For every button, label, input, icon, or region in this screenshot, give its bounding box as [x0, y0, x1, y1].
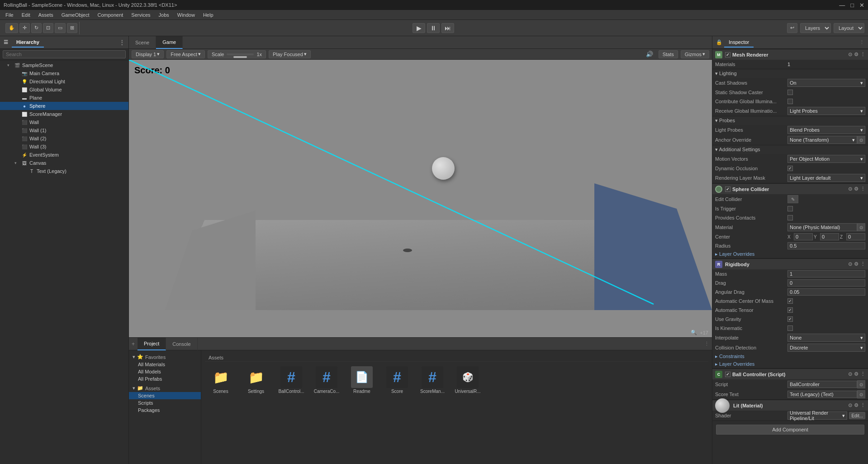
tab-inspector[interactable]: Inspector: [724, 38, 754, 48]
probes-header[interactable]: ▾ Probes: [712, 116, 868, 125]
asset-ballcontroller[interactable]: # BallControl...: [275, 364, 307, 396]
tree-item-scoremanager[interactable]: ⬜ ScoreManager: [0, 110, 128, 118]
mesh-renderer-more[interactable]: ⋮: [860, 52, 865, 57]
rigidbody-more[interactable]: ⋮: [860, 261, 865, 267]
sidebar-scripts[interactable]: Scripts: [129, 399, 201, 407]
transform-tool[interactable]: ⊞: [67, 23, 77, 33]
tab-project[interactable]: Project: [138, 338, 166, 350]
mesh-renderer-header[interactable]: M Mesh Renderer ⊙ ⚙ ⋮: [712, 49, 868, 60]
lit-material-settings[interactable]: ⚙: [854, 402, 859, 408]
zoom-icon[interactable]: 🔍: [691, 330, 697, 335]
tree-item-eventsystem[interactable]: ⚡ EventSystem: [0, 151, 128, 159]
rect-tool[interactable]: ▭: [55, 23, 66, 33]
menu-jobs[interactable]: Jobs: [155, 11, 173, 19]
pause-button[interactable]: ⏸: [427, 23, 440, 33]
tree-item-wall[interactable]: ⬛ Wall: [0, 118, 128, 126]
undo-button[interactable]: ↩: [787, 23, 797, 33]
asset-settings[interactable]: 📁 Settings: [240, 364, 272, 396]
ball-controller-header[interactable]: C Ball Controller (Script) ⊙ ⚙ ⋮: [712, 368, 868, 379]
rendering-layer-dropdown[interactable]: Light Layer default ▾: [787, 174, 865, 182]
tab-hierarchy[interactable]: Hierarchy: [12, 38, 44, 48]
tree-item-wall3[interactable]: ⬛ Wall (3): [0, 143, 128, 151]
tree-item-sphere[interactable]: ● Sphere: [0, 102, 128, 110]
lit-material-focus[interactable]: ⊙: [848, 402, 852, 408]
layout-select[interactable]: Layout: [834, 23, 864, 33]
mesh-renderer-settings[interactable]: ⚙: [854, 52, 859, 57]
layer-overrides-row[interactable]: ▸ Layer Overrides: [712, 250, 868, 258]
step-button[interactable]: ⏭: [441, 23, 454, 33]
radius-value[interactable]: 0.5: [787, 242, 865, 249]
drag-value[interactable]: 0: [787, 279, 865, 287]
rigidbody-focus[interactable]: ⊙: [848, 261, 852, 267]
maximize-button[interactable]: □: [850, 2, 854, 9]
asset-universalr[interactable]: 🎲 UniversalR...: [452, 364, 484, 396]
menu-services[interactable]: Services: [128, 11, 154, 19]
tree-item-wall1[interactable]: ⬛ Wall (1): [0, 126, 128, 134]
menu-assets[interactable]: Assets: [35, 11, 57, 19]
hand-tool[interactable]: ✋: [5, 23, 18, 33]
tree-item-plane[interactable]: ▬ Plane: [0, 94, 128, 102]
static-shadow-checkbox[interactable]: [787, 90, 793, 95]
rotate-tool[interactable]: ↻: [31, 23, 42, 33]
sidebar-all-prefabs[interactable]: All Prefabs: [129, 375, 201, 383]
layers-select[interactable]: Layers: [800, 23, 831, 33]
tree-item-samplescene[interactable]: ▾ 🎬 SampleScene: [0, 61, 128, 69]
sidebar-all-models[interactable]: All Models: [129, 368, 201, 375]
collision-detection-dropdown[interactable]: Discrete ▾: [787, 344, 865, 352]
material-target[interactable]: ⊙: [857, 223, 865, 231]
bottom-menu-icon[interactable]: ⋮: [702, 339, 712, 349]
hierarchy-collapse-icon[interactable]: ☰: [4, 39, 8, 45]
sidebar-scenes[interactable]: Scenes: [129, 392, 201, 399]
asset-score[interactable]: # Score: [381, 364, 413, 396]
is-kinematic-checkbox[interactable]: [787, 325, 793, 331]
edit-shader-btn[interactable]: Edit...: [849, 412, 865, 419]
hierarchy-menu-icon[interactable]: ⋮: [119, 39, 125, 46]
bottom-add-btn[interactable]: +: [129, 339, 138, 349]
tab-scene[interactable]: Scene: [129, 36, 156, 49]
move-tool[interactable]: ✛: [19, 23, 30, 33]
play-button[interactable]: ▶: [413, 23, 425, 33]
mesh-renderer-enable[interactable]: [725, 52, 730, 57]
favorites-header[interactable]: ▾ ⭐ Favorites: [129, 353, 201, 361]
mesh-renderer-focus[interactable]: ⊙: [848, 52, 852, 57]
hierarchy-search-input[interactable]: [3, 50, 126, 58]
audio-icon[interactable]: 🔊: [646, 51, 653, 57]
rb-layer-overrides-row[interactable]: ▸ Layer Overrides: [712, 360, 868, 368]
menu-window[interactable]: Window: [174, 11, 199, 19]
light-probes-dropdown[interactable]: Blend Probes ▾: [787, 126, 865, 134]
additional-settings-header[interactable]: ▾ Additional Settings: [712, 145, 868, 154]
tree-item-globalvolume[interactable]: ⬜ Global Volume: [0, 86, 128, 94]
score-text-value[interactable]: Text (Legacy) (Text): [787, 391, 857, 398]
sphere-collider-header[interactable]: Sphere Collider ⊙ ⚙ ⋮: [712, 183, 868, 194]
sidebar-packages[interactable]: Packages: [129, 407, 201, 414]
sphere-collider-more[interactable]: ⋮: [860, 186, 865, 192]
scale-button[interactable]: Scale 1x: [208, 50, 266, 58]
ball-controller-more[interactable]: ⋮: [860, 371, 865, 377]
is-trigger-checkbox[interactable]: [787, 206, 793, 211]
lighting-header[interactable]: ▾ Lighting: [712, 69, 868, 78]
dynamic-occlusion-checkbox[interactable]: [787, 166, 793, 171]
center-z-value[interactable]: 0: [846, 233, 865, 240]
center-y-value[interactable]: 0: [820, 233, 839, 240]
tree-item-maincamera[interactable]: 📷 Main Camera: [0, 69, 128, 77]
mass-value[interactable]: 1: [787, 270, 865, 277]
lit-material-header[interactable]: Lit (Material) ⊙ ⚙ ⋮: [712, 400, 868, 411]
lit-material-more[interactable]: ⋮: [860, 402, 865, 408]
tab-game[interactable]: Game: [156, 36, 183, 49]
anchor-override-dropdown[interactable]: None (Transform) ▾: [787, 136, 857, 144]
menu-edit[interactable]: Edit: [18, 11, 34, 19]
sphere-collider-focus[interactable]: ⊙: [848, 186, 852, 192]
minimize-button[interactable]: —: [839, 2, 845, 9]
menu-help[interactable]: Help: [199, 11, 217, 19]
ball-controller-focus[interactable]: ⊙: [848, 371, 852, 377]
stats-button[interactable]: Stats: [659, 50, 678, 58]
tree-item-textlegacy[interactable]: T Text (Legacy): [0, 167, 128, 175]
material-dropdown[interactable]: None (Physic Material): [787, 223, 857, 231]
gizmos-button[interactable]: Gizmos ▾: [681, 50, 709, 58]
sidebar-all-materials[interactable]: All Materials: [129, 361, 201, 368]
motion-vectors-dropdown[interactable]: Per Object Motion ▾: [787, 155, 865, 163]
menu-component[interactable]: Component: [94, 11, 127, 19]
rigidbody-settings[interactable]: ⚙: [854, 261, 859, 267]
use-gravity-checkbox[interactable]: [787, 316, 793, 322]
tree-item-directionallight[interactable]: 💡 Directional Light: [0, 77, 128, 86]
